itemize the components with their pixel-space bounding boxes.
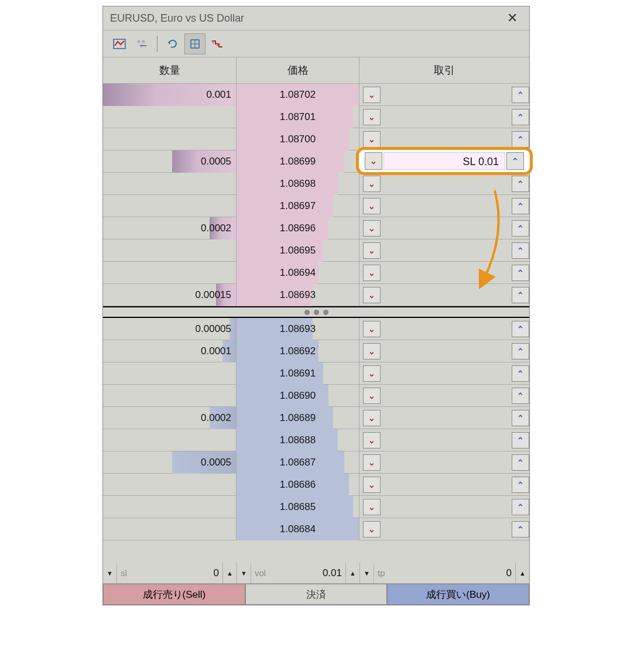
titlebar: EURUSD, Euro vs US Dollar ✕	[103, 6, 529, 30]
chevron-down-icon[interactable]: ⌄	[363, 198, 381, 214]
price-value: 1.08691	[280, 368, 316, 379]
table-row: 1.08701⌄⌃	[103, 106, 529, 128]
chevron-down-icon[interactable]: ⌄	[363, 477, 381, 493]
qty-cell: 0.0005	[103, 451, 237, 473]
table-row: 1.08698⌄⌃	[103, 173, 529, 195]
chevron-down-icon[interactable]: ⌄	[363, 109, 381, 125]
price-cell: 1.08689	[237, 407, 359, 429]
chevron-down-icon[interactable]: ⌄	[363, 499, 381, 515]
price-value: 1.08686	[280, 479, 316, 491]
stepper-up-icon[interactable]: ▲	[515, 563, 529, 583]
grid-icon[interactable]	[184, 33, 205, 54]
chevron-up-icon[interactable]: ⌃	[512, 87, 529, 103]
chevron-down-icon[interactable]: ⌄	[363, 265, 381, 281]
stepper-down-icon[interactable]: ▼	[237, 563, 251, 583]
refresh-icon[interactable]	[162, 33, 183, 54]
tp-label: tp	[378, 568, 385, 578]
chevron-up-icon[interactable]: ⌃	[512, 176, 529, 192]
trade-cell: ⌄⌃	[359, 340, 529, 362]
table-row: 0.00051.08699⌄SL 0.01⌃	[103, 150, 529, 173]
chevron-up-icon[interactable]: ⌃	[512, 410, 529, 426]
price-value: 1.08684	[280, 523, 316, 535]
price-cell: 1.08684	[237, 518, 359, 540]
qty-value: 0.0005	[201, 156, 231, 167]
chevron-down-icon[interactable]: ⌄	[363, 410, 381, 426]
spread-separator[interactable]	[103, 306, 529, 318]
qty-cell	[103, 262, 237, 283]
trade-cell: ⌄⌃	[359, 262, 529, 283]
buy-button[interactable]: 成行買い(Buy)	[387, 584, 529, 605]
chevron-up-icon[interactable]: ⌃	[512, 521, 529, 538]
chevron-down-icon[interactable]: ⌄	[363, 220, 381, 237]
price-value: 1.08695	[280, 245, 316, 256]
autoscroll-icon[interactable]	[131, 33, 152, 54]
chevron-down-icon[interactable]: ⌄	[363, 87, 381, 103]
table-row: 0.00021.08696⌄⌃	[103, 217, 529, 239]
chevron-up-icon[interactable]: ⌃	[512, 499, 529, 515]
price-cell: 1.08698	[237, 173, 359, 194]
chevron-down-icon[interactable]: ⌄	[363, 432, 381, 449]
chevron-up-icon[interactable]: ⌃	[512, 109, 529, 125]
chevron-down-icon[interactable]: ⌄	[363, 131, 381, 148]
stepper-up-icon[interactable]: ▲	[222, 563, 237, 583]
qty-cell: 0.00005	[103, 318, 237, 340]
qty-cell	[103, 106, 237, 128]
chevron-up-icon[interactable]: ⌃	[512, 477, 529, 493]
chevron-down-icon[interactable]: ⌄	[363, 454, 381, 471]
sl-field[interactable]: ▼ sl 0 ▲	[103, 563, 237, 583]
chevron-down-icon[interactable]: ⌄	[363, 176, 381, 192]
steps-icon[interactable]	[207, 33, 228, 54]
price-value: 1.08693	[280, 323, 316, 335]
table-row: 1.08697⌄⌃	[103, 195, 529, 217]
stepper-up-icon[interactable]: ▲	[345, 563, 359, 583]
chevron-down-icon[interactable]: ⌄	[365, 152, 382, 170]
vol-field[interactable]: ▼ vol 0.01 ▲	[237, 563, 360, 583]
chevron-up-icon[interactable]: ⌃	[512, 454, 529, 471]
chevron-up-icon[interactable]: ⌃	[512, 343, 529, 360]
chevron-down-icon[interactable]: ⌄	[363, 521, 381, 538]
chevron-up-icon[interactable]: ⌃	[512, 198, 529, 214]
chevron-up-icon[interactable]: ⌃	[512, 432, 529, 449]
price-cell: 1.08696	[237, 217, 359, 239]
chevron-down-icon[interactable]: ⌄	[363, 388, 381, 404]
chevron-down-icon[interactable]: ⌄	[363, 321, 381, 337]
chevron-down-icon[interactable]: ⌄	[363, 343, 381, 360]
chevron-up-icon[interactable]: ⌃	[512, 365, 529, 382]
chart-icon[interactable]	[109, 33, 130, 54]
qty-cell	[103, 195, 237, 217]
sl-label: sl	[121, 568, 127, 578]
chevron-up-icon[interactable]: ⌃	[512, 242, 529, 259]
table-row: 1.08688⌄⌃	[103, 429, 529, 451]
close-button[interactable]: 決済	[245, 584, 388, 605]
sell-grid: 0.0011.08702⌄⌃1.08701⌄⌃1.08700⌄⌃0.00051.…	[103, 84, 529, 306]
stepper-down-icon[interactable]: ▼	[103, 563, 117, 583]
trade-cell: ⌄⌃	[359, 84, 529, 105]
tp-field[interactable]: ▼ tp 0 ▲	[360, 563, 529, 583]
chevron-up-icon[interactable]: ⌃	[512, 220, 529, 237]
table-row: 1.08685⌄⌃	[103, 496, 529, 518]
price-cell: 1.08691	[237, 362, 359, 384]
qty-value: 0.00005	[196, 323, 231, 335]
trade-cell: ⌄⌃	[359, 195, 529, 217]
price-value: 1.08701	[280, 111, 316, 123]
chevron-up-icon[interactable]: ⌃	[512, 287, 529, 303]
qty-cell: 0.0002	[103, 217, 237, 239]
chevron-up-icon[interactable]: ⌃	[512, 388, 529, 404]
vol-label: vol	[255, 568, 266, 578]
qty-value: 0.0002	[201, 222, 231, 234]
trade-cell: ⌄⌃	[359, 217, 529, 239]
price-value: 1.08697	[280, 200, 316, 212]
chevron-up-icon[interactable]: ⌃	[506, 152, 524, 170]
highlight-sl-row[interactable]: ⌄SL 0.01⌃	[356, 147, 533, 175]
close-icon[interactable]: ✕	[502, 11, 522, 26]
chevron-down-icon[interactable]: ⌄	[363, 365, 381, 382]
table-row: 1.08690⌄⌃	[103, 385, 529, 407]
stepper-down-icon[interactable]: ▼	[360, 563, 374, 583]
trade-cell: ⌄⌃	[359, 173, 529, 194]
chevron-up-icon[interactable]: ⌃	[512, 131, 529, 148]
chevron-up-icon[interactable]: ⌃	[512, 265, 529, 281]
chevron-down-icon[interactable]: ⌄	[363, 287, 381, 303]
sell-button[interactable]: 成行売り(Sell)	[103, 584, 245, 605]
chevron-up-icon[interactable]: ⌃	[512, 321, 529, 337]
chevron-down-icon[interactable]: ⌄	[363, 242, 381, 259]
